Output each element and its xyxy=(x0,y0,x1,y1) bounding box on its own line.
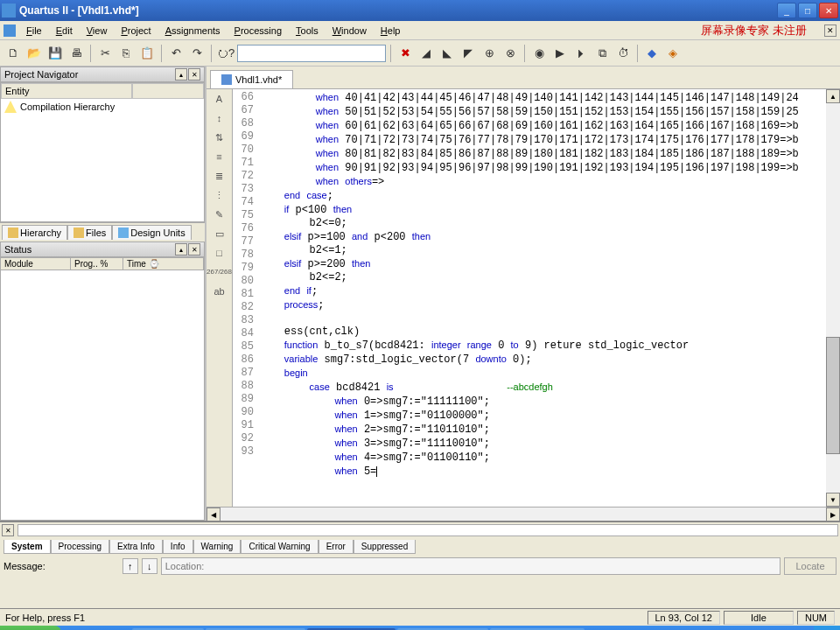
status-panel-header: Status ▴ ✕ xyxy=(0,242,205,257)
locate-button[interactable]: Locate xyxy=(784,557,836,575)
tab-design-units[interactable]: Design Units xyxy=(112,225,191,240)
msgtab-warning[interactable]: Warning xyxy=(193,540,242,554)
status-col-prog[interactable]: Prog.. % xyxy=(71,258,123,270)
paste-button[interactable]: 📋 xyxy=(137,44,157,63)
project-nav-title: Project Navigator xyxy=(4,69,78,80)
vtool-6[interactable]: ✎ xyxy=(210,206,229,222)
prog-button[interactable]: ◈ xyxy=(663,44,682,63)
msgtab-system[interactable]: System xyxy=(4,540,51,554)
chip-button[interactable]: ◆ xyxy=(642,44,662,63)
vtool-3[interactable]: ≡ xyxy=(210,149,229,164)
scroll-down-button[interactable]: ▼ xyxy=(826,493,840,507)
timing-button[interactable]: ⏱ xyxy=(613,44,633,63)
redo-button[interactable]: ↷ xyxy=(187,44,206,63)
tool-b4[interactable]: ⊕ xyxy=(480,44,499,63)
msgtab-critical-warning[interactable]: Critical Warning xyxy=(241,540,318,554)
vtool-7[interactable]: ▭ xyxy=(210,226,229,242)
save-button[interactable]: 💾 xyxy=(46,44,65,63)
message-next-button[interactable]: ↓ xyxy=(142,558,158,574)
play-button[interactable]: ▶ xyxy=(550,44,570,63)
doc-icon xyxy=(4,24,16,37)
tool-b3[interactable]: ◤ xyxy=(458,44,478,63)
stop-button[interactable]: ◉ xyxy=(529,44,549,63)
tool-b5[interactable]: ⊗ xyxy=(500,44,520,63)
entity-col2 xyxy=(132,83,204,99)
scroll-up-button[interactable]: ▲ xyxy=(826,89,840,103)
status-close-button[interactable]: ✕ xyxy=(188,243,200,256)
compile-stop-button[interactable]: ✖ xyxy=(396,44,415,63)
status-col-time[interactable]: Time ⌚ xyxy=(123,258,204,270)
status-pin-button[interactable]: ▴ xyxy=(175,243,187,256)
cut-button[interactable]: ✂ xyxy=(95,44,115,63)
scroll-thumb[interactable] xyxy=(826,337,840,454)
message-prev-button[interactable]: ↑ xyxy=(122,558,138,574)
line-gutter: 66 67 68 69 70 71 72 73 74 75 76 77 78 7… xyxy=(233,89,259,507)
print-button[interactable]: 🖶 xyxy=(66,44,86,63)
msgtab-suppressed[interactable]: Suppressed xyxy=(354,540,416,554)
tool-b2[interactable]: ◣ xyxy=(438,44,457,63)
messages-close-button[interactable]: ✕ xyxy=(2,524,14,536)
help-cursor-button[interactable]: ⭮? xyxy=(216,44,235,63)
menu-project[interactable]: Project xyxy=(114,24,158,38)
vtool-9[interactable]: 267/268 xyxy=(210,264,229,280)
editor-vertical-toolbar: A↕⇅≡≣⋮✎▭□267/268ab xyxy=(206,89,233,507)
titlebar: Quartus II - [Vhdl1.vhd*] _ □ ✕ xyxy=(0,0,840,21)
location-input[interactable] xyxy=(161,557,780,575)
project-combo[interactable] xyxy=(237,45,386,62)
vertical-scrollbar[interactable]: ▲ ▼ xyxy=(826,89,840,507)
status-mode: Idle xyxy=(724,611,794,625)
undo-button[interactable]: ↶ xyxy=(166,44,186,63)
status-grid: Module Prog.. % Time ⌚ xyxy=(0,257,205,521)
vtool-8[interactable]: □ xyxy=(210,245,229,261)
horizontal-scrollbar[interactable]: ◀ ▶ xyxy=(206,507,840,521)
editor-tab-label: Vhdl1.vhd* xyxy=(235,74,282,85)
play2-button[interactable]: ⏵ xyxy=(571,44,591,63)
panel-close-button[interactable]: ✕ xyxy=(188,68,200,80)
msgtab-error[interactable]: Error xyxy=(318,540,354,554)
msgtab-extra-info[interactable]: Extra Info xyxy=(109,540,163,554)
entity-col-header: Entity xyxy=(1,83,132,99)
vtool-2[interactable]: ⇅ xyxy=(210,130,229,145)
vtool-10[interactable]: ab xyxy=(210,284,229,299)
copy-button[interactable]: ⎘ xyxy=(116,44,136,63)
messages-list[interactable] xyxy=(18,524,838,536)
code-content[interactable]: when 40|41|42|43|44|45|46|47|48|49|140|1… xyxy=(259,89,826,507)
menu-edit[interactable]: Edit xyxy=(49,24,80,38)
minimize-button[interactable]: _ xyxy=(777,3,796,18)
tab-files[interactable]: Files xyxy=(67,225,112,240)
new-button[interactable]: 🗋 xyxy=(4,44,23,63)
tool-b1[interactable]: ◢ xyxy=(416,44,436,63)
start-button[interactable]: 开始 xyxy=(0,626,61,630)
hierarchy-label: Compilation Hierarchy xyxy=(20,102,115,112)
statusbar: For Help, press F1 Ln 93, Col 12 Idle NU… xyxy=(0,608,840,626)
mdi-close-button[interactable]: ✕ xyxy=(824,24,836,37)
vtool-1[interactable]: ↕ xyxy=(210,110,229,126)
system-tray[interactable]: 🔊 xyxy=(814,626,840,630)
hierarchy-row[interactable]: Compilation Hierarchy xyxy=(1,99,204,115)
maximize-button[interactable]: □ xyxy=(798,3,817,18)
vtool-0[interactable]: A xyxy=(210,91,229,107)
menu-processing[interactable]: Processing xyxy=(228,24,289,38)
warning-icon xyxy=(4,101,17,113)
hierarchy-tree[interactable]: Entity Compilation Hierarchy xyxy=(0,82,205,222)
menu-file[interactable]: File xyxy=(19,24,49,38)
tab-hierarchy[interactable]: Hierarchy xyxy=(2,225,67,240)
editor-tab-vhdl1[interactable]: Vhdl1.vhd* xyxy=(210,70,293,88)
menu-assignments[interactable]: Assignments xyxy=(158,24,228,38)
scroll-left-button[interactable]: ◀ xyxy=(206,508,220,522)
close-button[interactable]: ✕ xyxy=(819,3,838,18)
scroll-right-button[interactable]: ▶ xyxy=(826,508,840,522)
sim-button[interactable]: ⧉ xyxy=(592,44,612,63)
panel-pin-button[interactable]: ▴ xyxy=(175,68,187,80)
menu-tools[interactable]: Tools xyxy=(289,24,326,38)
menu-help[interactable]: Help xyxy=(374,24,408,38)
menu-view[interactable]: View xyxy=(80,24,115,38)
vtool-5[interactable]: ⋮ xyxy=(210,187,229,203)
open-button[interactable]: 📂 xyxy=(24,44,44,63)
menu-window[interactable]: Window xyxy=(326,24,374,38)
msgtab-processing[interactable]: Processing xyxy=(51,540,109,554)
status-col-module[interactable]: Module xyxy=(1,258,71,270)
code-editor[interactable]: 66 67 68 69 70 71 72 73 74 75 76 77 78 7… xyxy=(233,89,840,507)
msgtab-info[interactable]: Info xyxy=(163,540,193,554)
vtool-4[interactable]: ≣ xyxy=(210,168,229,184)
